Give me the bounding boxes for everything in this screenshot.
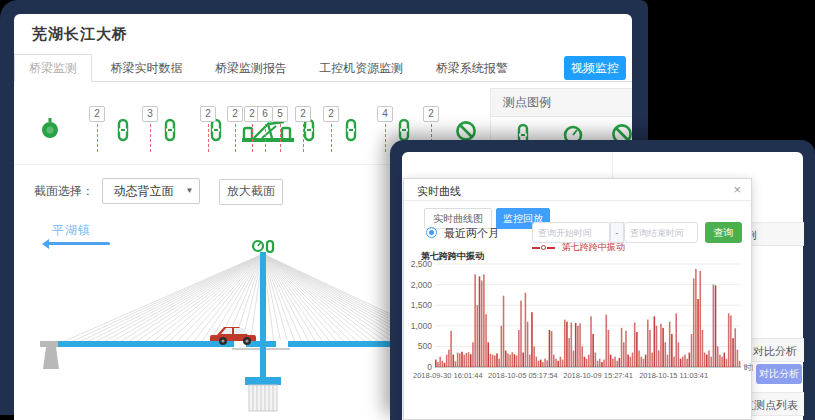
chain-icon[interactable]	[164, 118, 176, 146]
section-controls: 截面选择： 动态背立面 ▼ 放大截面	[34, 178, 283, 204]
svg-text:2,500: 2,500	[411, 261, 433, 269]
close-icon[interactable]: ×	[733, 182, 741, 197]
sensor-dashed-line	[150, 124, 151, 152]
tab-system-alarm[interactable]: 桥梁系统报警	[422, 55, 522, 83]
realtime-curve-dialog: 实时曲线 × 实时曲线图 监控回放 最近两个月 - 查询 第七跨跨中振动 第七跨…	[403, 178, 752, 420]
svg-text:1,000: 1,000	[411, 321, 433, 331]
svg-text:1,500: 1,500	[411, 300, 433, 310]
sensor-dashed-line	[385, 124, 386, 152]
tab-ipc-resource[interactable]: 工控机资源监测	[305, 55, 417, 83]
sensor-count-badge: 4	[377, 106, 393, 122]
crane-icon[interactable]	[242, 118, 294, 148]
svg-text:时间: 时间	[744, 363, 753, 372]
main-tabbar: 桥梁监测 桥梁实时数据 桥梁监测报告 工控机资源监测 桥梁系统报警 视频监控	[14, 54, 632, 82]
svg-text:2018-09-30 16:01:44: 2018-09-30 16:01:44	[413, 371, 483, 380]
chain-icon[interactable]	[303, 118, 315, 146]
query-button[interactable]: 查询	[705, 222, 742, 243]
sensor-dashed-line	[235, 124, 236, 152]
sensor-count-badge: 2	[323, 106, 339, 122]
sensor-count-badge: 2	[227, 106, 243, 122]
location-label: 平湖镇	[52, 222, 91, 239]
page-title: 芜湖长江大桥	[32, 25, 128, 44]
compare-section-label: 对比分析	[753, 344, 797, 359]
legend-line-icon	[547, 247, 555, 249]
compare-analysis-button[interactable]: 对比分析	[756, 364, 802, 384]
sensor-dashed-line	[280, 124, 281, 152]
chevron-down-icon: ▼	[186, 179, 194, 203]
sensor-dashed-line	[252, 124, 253, 152]
tab-bridge-monitor[interactable]: 桥梁监测	[14, 54, 92, 82]
svg-text:500: 500	[418, 341, 432, 351]
section-select-value: 动态背立面	[113, 184, 173, 198]
date-range-separator: -	[610, 222, 624, 243]
svg-text:2,000: 2,000	[411, 280, 433, 290]
sensor-count-badge: 2	[423, 106, 439, 122]
radio-last-two-months[interactable]	[426, 227, 437, 238]
sensor-count-badge: 2	[295, 106, 311, 122]
dialog-titlebar: 实时曲线 ×	[404, 179, 751, 201]
sensor-dashed-line	[208, 124, 209, 152]
sensor-dashed-line	[265, 124, 266, 152]
legend-line-icon	[532, 247, 540, 249]
svg-text:2018-10-09 15:27:41: 2018-10-09 15:27:41	[563, 371, 633, 380]
sensor-dashed-line	[97, 124, 98, 152]
sensor-count-badge: 2	[89, 106, 105, 122]
svg-text:2018-10-15 11:03:41: 2018-10-15 11:03:41	[639, 371, 708, 380]
section-select-dropdown[interactable]: 动态背立面 ▼	[102, 178, 200, 204]
tab-realtime-data[interactable]: 桥梁实时数据	[96, 55, 196, 83]
dialog-title: 实时曲线	[417, 184, 461, 199]
stopwatch-icon[interactable]	[40, 116, 60, 146]
video-monitor-button[interactable]: 视频监控	[564, 56, 626, 80]
tab-monitor-report[interactable]: 桥梁监测报告	[201, 55, 301, 83]
sensor-count-badge: 6	[257, 106, 273, 122]
legend-label: 第七跨跨中振动	[562, 242, 625, 252]
legend-panel-title: 测点图例	[491, 88, 632, 117]
sensor-count-badge: 2	[200, 106, 216, 122]
svg-text:2018-10-05 05:17:54: 2018-10-05 05:17:54	[488, 371, 558, 380]
sensor-count-badge: 5	[272, 106, 288, 122]
vibration-chart[interactable]: 05001,0001,5002,0002,5002018-09-30 16:01…	[404, 261, 753, 389]
chain-icon[interactable]	[117, 118, 129, 146]
radio-label: 最近两个月	[444, 226, 499, 241]
chain-icon[interactable]	[210, 118, 222, 146]
sensor-dashed-line	[331, 124, 332, 152]
query-start-time-input[interactable]	[532, 222, 610, 243]
enlarge-section-button[interactable]: 放大截面	[219, 179, 283, 205]
chain-icon[interactable]	[345, 118, 357, 146]
section-select-label: 截面选择：	[34, 178, 94, 204]
sensor-count-badge: 3	[142, 106, 158, 122]
query-end-time-input[interactable]	[624, 222, 698, 243]
background-patch	[648, 0, 815, 142]
legend-circle-icon	[541, 245, 546, 250]
